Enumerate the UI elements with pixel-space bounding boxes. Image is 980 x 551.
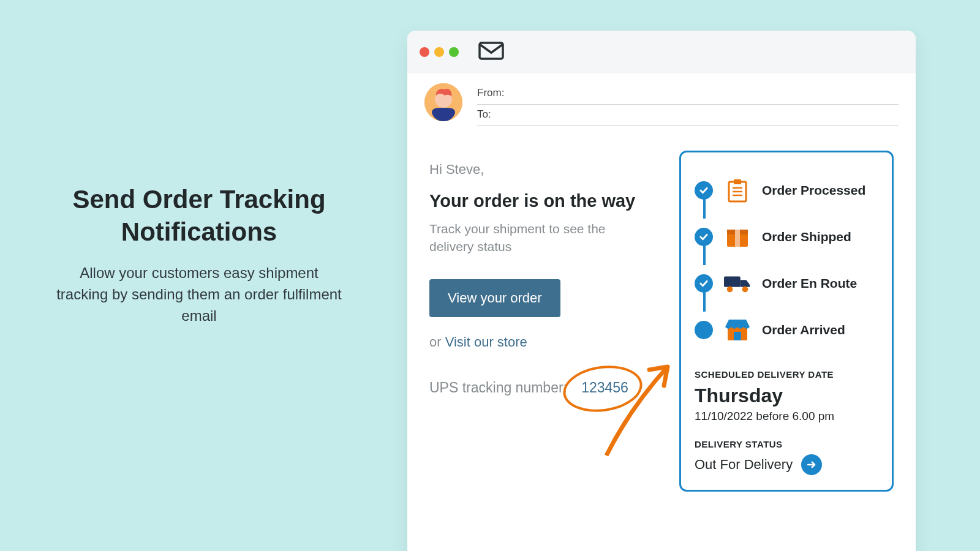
svg-rect-0	[480, 43, 503, 59]
marketing-copy: Send Order Tracking Notifications Allow …	[55, 184, 343, 326]
scheduled-label: SCHEDULED DELIVERY DATE	[695, 369, 878, 380]
tracking-steps: Order Processed Order Shipped	[695, 167, 878, 353]
svg-rect-11	[724, 277, 741, 287]
window-titlebar	[407, 31, 916, 73]
step-label: Order Shipped	[762, 230, 851, 244]
status-value: Out For Delivery	[695, 457, 793, 473]
step-order-arrived: Order Arrived	[695, 307, 878, 353]
truck-icon	[724, 274, 751, 293]
store-icon	[724, 318, 751, 342]
sender-avatar	[424, 83, 462, 121]
arrow-right-icon[interactable]	[801, 454, 822, 475]
email-window: From: To: Hi Steve, Your order is on the…	[407, 31, 916, 551]
marketing-subtitle: Allow your customers easy shipment track…	[55, 263, 343, 326]
tracking-label: UPS tracking number:	[429, 380, 567, 395]
step-label: Order En Route	[762, 276, 857, 291]
svg-rect-4	[734, 179, 741, 184]
step-label: Order Processed	[762, 183, 865, 198]
tracking-number[interactable]: 123456	[579, 380, 631, 396]
check-icon	[695, 181, 713, 200]
visit-store-link[interactable]: Visit our store	[445, 334, 527, 350]
svg-rect-15	[734, 332, 741, 340]
step-order-enroute: Order En Route	[695, 260, 878, 307]
email-subtext: Track your shipment to see the delivery …	[429, 220, 625, 256]
package-icon	[724, 226, 751, 248]
maximize-icon[interactable]	[449, 47, 459, 57]
svg-rect-10	[735, 230, 740, 247]
status-label: DELIVERY STATUS	[695, 439, 878, 449]
svg-point-13	[742, 287, 748, 293]
from-field[interactable]: From:	[477, 83, 899, 105]
arrow-icon	[600, 358, 680, 462]
close-icon[interactable]	[420, 47, 429, 57]
tracking-card: Order Processed Order Shipped	[679, 151, 894, 492]
marketing-title: Send Order Tracking Notifications	[55, 184, 343, 248]
step-label: Order Arrived	[762, 323, 845, 337]
view-order-button[interactable]: View your order	[429, 279, 560, 317]
or-text: or	[429, 334, 442, 350]
check-icon	[695, 228, 713, 246]
scheduled-day: Thursday	[695, 384, 878, 407]
email-header: From: To:	[407, 73, 916, 131]
status-row: Out For Delivery	[695, 454, 878, 475]
step-order-processed: Order Processed	[695, 167, 878, 214]
svg-point-12	[727, 287, 733, 293]
to-field[interactable]: To:	[477, 105, 899, 126]
mail-icon	[478, 42, 504, 62]
check-icon	[695, 274, 713, 293]
step-order-shipped: Order Shipped	[695, 214, 878, 260]
clipboard-icon	[724, 178, 751, 203]
dot-icon	[695, 321, 713, 339]
minimize-icon[interactable]	[434, 47, 444, 57]
scheduled-detail: 11/10/2022 before 6.00 pm	[695, 410, 878, 423]
